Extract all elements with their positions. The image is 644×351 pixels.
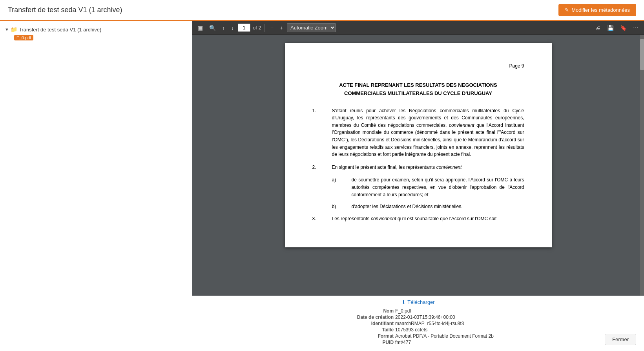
page-input[interactable] <box>238 24 250 32</box>
page-title: Transfert de test seda V1 (1 archive) <box>8 6 122 14</box>
pdf-sub-b: b) d'adopter les Déclarations et Décisio… <box>312 203 524 210</box>
sidebar-tree-root[interactable]: ▼ 📁 Transfert de test seda V1 (1 archive… <box>4 25 188 34</box>
meta-label-id: Identifiant <box>343 321 394 326</box>
meta-label-format: Format <box>343 333 394 339</box>
meta-value-id: maarchRMAP_r554to-ld4j-rsu8t3 <box>395 321 464 326</box>
para3-text: Les représentants conviennent qu'il est … <box>332 215 524 223</box>
meta-row-taille: Taille 1075393 octets <box>343 327 494 333</box>
save-button[interactable]: 💾 <box>605 23 616 33</box>
sub-a-text: de soumettre pour examen, selon qu'il se… <box>352 176 524 198</box>
para1-text: S'étant réunis pour achever les Négociat… <box>332 107 524 158</box>
meta-label-nom: Nom <box>343 308 394 314</box>
meta-row-format: Format Acrobat PDF/A - Portable Document… <box>343 333 494 339</box>
para2-number: 2. <box>312 164 332 171</box>
meta-row-puid: PUID fmt/477 <box>343 340 494 345</box>
bookmark-button[interactable]: 🔖 <box>618 23 629 33</box>
pdf-sub-a: a) de soumettre pour examen, selon qu'il… <box>312 176 524 198</box>
header: Transfert de test seda V1 (1 archive) ✎ … <box>0 0 644 21</box>
pdf-content: Page 9 ACTE FINAL REPRENANT LES RESULTAT… <box>192 35 644 296</box>
pdf-scrollbar-thumb <box>640 39 644 70</box>
tree-arrow-icon: ▼ <box>5 27 9 32</box>
file-badge[interactable]: F_0.pdf <box>14 35 33 40</box>
close-button[interactable]: Fermer <box>605 334 636 345</box>
meta-value-nom: F_0.pdf <box>395 308 411 314</box>
sidebar: ▼ 📁 Transfert de test seda V1 (1 archive… <box>0 21 192 349</box>
meta-value-puid: fmt/477 <box>395 340 411 345</box>
close-button-area: Fermer <box>605 334 636 345</box>
main-layout: ▼ 📁 Transfert de test seda V1 (1 archive… <box>0 21 644 349</box>
meta-row-id: Identifiant maarchRMAP_r554to-ld4j-rsu8t… <box>343 321 494 326</box>
pdf-paragraph-2: 2. En signant le présent acte final, les… <box>312 164 524 171</box>
meta-row-date: Date de création 2022-01-03T15:39:46+00:… <box>343 314 494 320</box>
more-button[interactable]: ⋯ <box>631 23 641 33</box>
meta-label-puid: PUID <box>343 340 394 345</box>
edit-icon: ✎ <box>565 7 569 13</box>
meta-label-taille: Taille <box>343 327 394 333</box>
sub-b-letter: b) <box>332 203 352 210</box>
para1-number: 1. <box>312 107 332 158</box>
pdf-page-number: Page 9 <box>312 62 524 69</box>
meta-label-date: Date de création <box>343 314 394 320</box>
modify-metadata-button[interactable]: ✎ Modifier les métadonnées <box>558 4 636 16</box>
pdf-toolbar: ▣ 🔍 ↑ ↓ of 2 − + Automatic Zoom 50% 75% … <box>192 21 644 35</box>
meta-row-nom: Nom F_0.pdf <box>343 308 494 314</box>
meta-value-taille: 1075393 octets <box>395 327 427 333</box>
zoom-out-button[interactable]: − <box>268 23 276 33</box>
metadata-table: Nom F_0.pdf Date de création 2022-01-03T… <box>343 308 494 346</box>
download-label: Télécharger <box>407 299 434 305</box>
pdf-paragraph-3: 3. Les représentants conviennent qu'il e… <box>312 215 524 223</box>
pdf-viewer: ▣ 🔍 ↑ ↓ of 2 − + Automatic Zoom 50% 75% … <box>192 21 644 349</box>
download-icon: ⬇ <box>401 299 406 305</box>
sidebar-tree-label: Transfert de test seda V1 (1 archive) <box>19 27 102 33</box>
para2-text: En signant le présent acte final, les re… <box>332 164 524 171</box>
sub-a-letter: a) <box>332 176 352 198</box>
folder-icon: 📁 <box>11 26 17 33</box>
para3-number: 3. <box>312 215 332 223</box>
sub-b-text: d'adopter les Déclarations et Décisions … <box>352 203 524 210</box>
sidebar-toggle-button[interactable]: ▣ <box>195 23 205 33</box>
pdf-scrollbar[interactable] <box>640 35 644 296</box>
meta-value-format: Acrobat PDF/A - Portable Document Format… <box>395 333 494 339</box>
pdf-paragraph-1: 1. S'étant réunis pour achever les Négoc… <box>312 107 524 158</box>
toolbar-separator <box>265 24 265 32</box>
pdf-document-title: ACTE FINAL REPRENANT LES RESULTATS DES N… <box>312 81 524 98</box>
sidebar-file-item[interactable]: F_0.pdf <box>4 34 188 40</box>
search-button[interactable]: 🔍 <box>207 23 218 33</box>
zoom-in-button[interactable]: + <box>277 23 285 33</box>
page-of-label: of 2 <box>253 25 261 31</box>
prev-page-button[interactable]: ↑ <box>220 23 227 33</box>
meta-value-date: 2022-01-03T15:39:46+00:00 <box>395 314 455 320</box>
print-button[interactable]: 🖨 <box>593 23 603 33</box>
bottom-panel: ⬇ Télécharger Nom F_0.pdf Date de créati… <box>192 296 644 349</box>
pdf-page: Page 9 ACTE FINAL REPRENANT LES RESULTAT… <box>285 43 552 247</box>
next-page-button[interactable]: ↓ <box>229 23 236 33</box>
zoom-select[interactable]: Automatic Zoom 50% 75% 100% 125% 150% <box>287 23 336 32</box>
download-link[interactable]: ⬇ Télécharger <box>401 299 434 305</box>
